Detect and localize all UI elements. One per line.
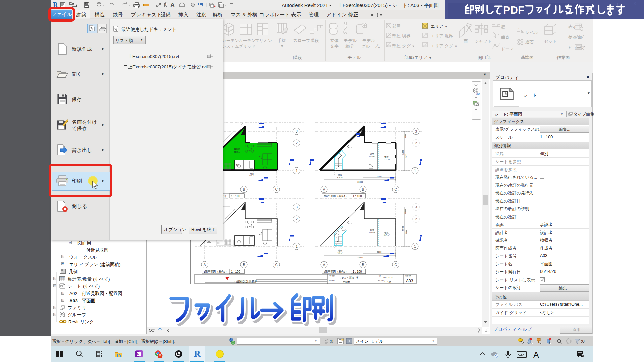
svg-text:4.96 m²: 4.96 m² — [337, 252, 343, 254]
svg-text:8000: 8000 — [377, 251, 382, 253]
svg-text:2200: 2200 — [404, 209, 406, 214]
svg-text:1 : 100: 1 : 100 — [353, 270, 362, 273]
svg-text:13.71 m²: 13.71 m² — [384, 234, 390, 236]
svg-text:1: 1 — [414, 169, 416, 173]
svg-text:○○建築設計事務所: ○○建築設計事務所 — [233, 280, 258, 283]
svg-text:13000: 13000 — [357, 257, 363, 259]
svg-text:A: A — [323, 188, 325, 191]
svg-text:B: B — [243, 263, 245, 267]
svg-text:A03: A03 — [406, 279, 413, 283]
svg-text:階段: 階段 — [338, 249, 342, 252]
svg-text:8000: 8000 — [377, 175, 382, 177]
svg-text:C: C — [394, 263, 397, 267]
svg-text:給湯: 給湯 — [250, 173, 254, 175]
svg-text:図面番号: 図面番号 — [405, 275, 412, 277]
svg-text:便所: 便所 — [235, 164, 239, 166]
svg-text:2: 2 — [415, 217, 417, 221]
svg-text:1: 1 — [414, 245, 416, 248]
svg-text:平面図: 平面図 — [343, 281, 350, 284]
svg-text:C: C — [275, 263, 277, 267]
svg-text:5000: 5000 — [402, 150, 404, 155]
svg-text:N: N — [137, 353, 140, 356]
svg-text:B: B — [362, 188, 364, 191]
svg-text:16.30 m²: 16.30 m² — [369, 156, 375, 158]
svg-text:1 : 100: 1 : 100 — [384, 281, 391, 283]
svg-text:7200: 7200 — [405, 229, 407, 234]
svg-text:2D: 2D — [476, 92, 480, 95]
svg-text:13.71 m²: 13.71 m² — [384, 159, 390, 160]
svg-text:2: 2 — [415, 141, 417, 145]
svg-text:5000: 5000 — [402, 226, 404, 231]
svg-text:階段: 階段 — [338, 174, 342, 176]
svg-text:A: A — [323, 263, 325, 267]
svg-text:フタガミ新築工事: フタガミ新築工事 — [339, 276, 359, 279]
svg-text:59.07 m²: 59.07 m² — [234, 151, 240, 153]
svg-text:1 : 100: 1 : 100 — [231, 194, 240, 198]
svg-text:13000: 13000 — [357, 181, 363, 183]
svg-text:A: A — [170, 2, 175, 8]
svg-text:PDF: PDF — [503, 4, 524, 16]
svg-text:2015.05.05: 2015.05.05 — [382, 276, 393, 279]
svg-text:1: 1 — [296, 245, 298, 248]
svg-text:7200: 7200 — [405, 154, 407, 158]
svg-text:事務所: 事務所 — [234, 148, 240, 150]
svg-text:A: A — [204, 263, 206, 267]
svg-text:日付: 日付 — [378, 275, 381, 277]
svg-text:1: 1 — [518, 27, 519, 30]
svg-text:2200: 2200 — [404, 133, 406, 138]
svg-text:1: 1 — [296, 169, 298, 173]
svg-text:B: B — [362, 263, 364, 267]
svg-text:2階平面図（着色1）: 2階平面図（着色1） — [324, 195, 348, 198]
svg-text:物置: 物置 — [384, 231, 389, 234]
svg-text:2: 2 — [296, 217, 298, 221]
svg-text:1.80 m²: 1.80 m² — [249, 175, 254, 177]
svg-text:縮尺(1X7): 縮尺(1X7) — [377, 280, 385, 281]
svg-text:1 : 100: 1 : 100 — [231, 270, 240, 273]
svg-text:3: 3 — [296, 130, 298, 133]
svg-text:2: 2 — [296, 141, 298, 145]
svg-text:1: 1 — [165, 3, 167, 6]
svg-text:3: 3 — [415, 130, 417, 133]
svg-text:16.30 m²: 16.30 m² — [369, 232, 375, 233]
svg-text:B: B — [243, 188, 245, 191]
svg-text:1階平面図（着色2）: 1階平面図（着色2） — [204, 270, 228, 273]
svg-text:前室: 前室 — [370, 229, 375, 231]
svg-text:工事名称: 工事名称 — [329, 275, 335, 277]
svg-text:Y: Y — [159, 354, 161, 358]
svg-text:物置: 物置 — [384, 156, 389, 158]
svg-text:前室: 前室 — [370, 153, 375, 155]
svg-text:C: C — [394, 188, 397, 191]
svg-text:1 : 100: 1 : 100 — [353, 194, 362, 198]
svg-text:C: C — [275, 188, 277, 191]
svg-text:3: 3 — [296, 205, 298, 209]
svg-text:2階平面図（着色2）: 2階平面図（着色2） — [324, 270, 348, 273]
svg-text:図面名称: 図面名称 — [329, 280, 335, 281]
svg-text:4.96 m²: 4.96 m² — [337, 177, 343, 178]
svg-text:3: 3 — [415, 205, 417, 209]
